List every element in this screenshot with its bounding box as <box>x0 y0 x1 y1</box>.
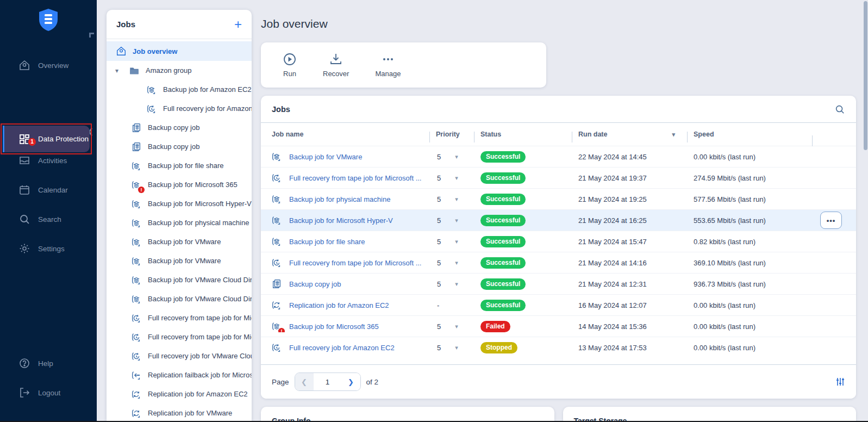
jobs-tree-item[interactable]: Replication job for Amazon EC2 <box>107 384 252 404</box>
backup-icon <box>271 235 283 247</box>
jobs-tree-item[interactable]: Full recovery from tape job for Micr <box>107 308 252 327</box>
status-cell: Successful <box>474 257 572 269</box>
next-page-button[interactable]: ❯ <box>342 373 360 390</box>
sidebar-item-search[interactable]: Search <box>0 207 97 231</box>
jobs-tree-item[interactable]: Full recovery from tape job for Micr <box>107 327 252 346</box>
run-icon <box>283 52 297 66</box>
active-item-spacer <box>0 83 97 114</box>
recover-button[interactable]: Recover <box>323 52 349 78</box>
page-title: Job overview <box>261 0 856 30</box>
sidebar-item-logout[interactable]: Logout <box>0 381 97 405</box>
jobs-tree-item[interactable]: Backup job for VMware Cloud Direc <box>107 270 252 289</box>
job-name-cell[interactable]: Backup job for file share <box>271 235 429 247</box>
jobs-tree-item[interactable]: Replication failback job for Microsof <box>107 365 252 384</box>
priority-dropdown-chevron-icon[interactable]: ▾ <box>455 217 458 224</box>
jobs-tree-item[interactable]: Replication job for VMware <box>107 404 252 422</box>
search-icon[interactable] <box>834 104 845 115</box>
jobs-tree-item[interactable]: Backup copy job <box>107 118 252 137</box>
priority-dropdown-chevron-icon[interactable]: ▾ <box>455 175 458 182</box>
job-name-link[interactable]: Backup copy job <box>289 280 341 288</box>
job-name-cell[interactable]: Backup copy job <box>271 278 429 290</box>
table-row[interactable]: Backup job for file share 5 ▾ Successful… <box>261 231 856 252</box>
table-row[interactable]: Backup job for VMware 5 ▾ Successful 22 … <box>261 146 856 167</box>
job-name-link[interactable]: Replication job for Amazon EC2 <box>289 301 389 309</box>
job-name-cell[interactable]: Full recovery from tape job for Microsof… <box>271 172 429 184</box>
jobs-tree-item[interactable]: Full recovery job for VMware Cloud <box>107 346 252 365</box>
sidebar-collapse-handle[interactable] <box>89 33 94 38</box>
run-date-cell: 21 May 2024 at 16:25 <box>572 216 687 225</box>
priority-dropdown-chevron-icon[interactable]: ▾ <box>455 323 458 330</box>
column-header-run-date[interactable]: Run date ▾ <box>572 131 687 138</box>
run-button[interactable]: Run <box>283 52 297 78</box>
jobs-tree-item[interactable]: Backup job for VMware <box>107 232 252 251</box>
sidebar-item-calendar[interactable]: Calendar <box>0 178 97 202</box>
column-header-status[interactable]: Status <box>474 131 572 138</box>
priority-dropdown-chevron-icon[interactable]: ▾ <box>455 153 458 160</box>
job-name-link[interactable]: Backup job for file share <box>289 238 365 246</box>
sidebar-item-overview[interactable]: Overview <box>0 53 97 77</box>
row-more-actions-button[interactable]: ••• <box>820 212 842 229</box>
tree-item-label: Replication job for VMware <box>148 409 232 417</box>
tree-item-label: Amazon group <box>146 66 192 75</box>
job-name-link[interactable]: Full recovery from tape job for Microsof… <box>289 174 421 182</box>
priority-value: 5 <box>437 280 441 288</box>
table-row[interactable]: ! Backup job for Microsoft 365 5 ▾ Faile… <box>261 315 856 337</box>
job-name-link[interactable]: Backup job for physical machine <box>289 195 390 203</box>
job-name-cell[interactable]: ! Backup job for Microsoft 365 <box>271 320 429 332</box>
jobs-tree-item[interactable]: ▾ Amazon group <box>107 61 252 80</box>
recovery-icon <box>131 351 142 362</box>
jobs-tree-item[interactable]: Backup job for file share <box>107 156 252 175</box>
priority-dropdown-chevron-icon[interactable]: ▾ <box>455 281 458 288</box>
table-row[interactable]: Backup copy job 5 ▾ Successful 21 May 20… <box>261 273 856 294</box>
chevron-down-icon[interactable]: ▾ <box>115 67 123 75</box>
home-icon <box>116 46 127 57</box>
jobs-tree-item[interactable]: ! Backup job for Microsoft 365 <box>107 175 252 194</box>
jobs-tree-item[interactable]: Backup job for Microsoft Hyper-V <box>107 194 252 213</box>
sidebar-item-data-protection[interactable]: Data Protection 1 <box>1 123 92 154</box>
vertical-scrollbar[interactable] <box>864 1 867 150</box>
priority-dropdown-chevron-icon[interactable]: ▾ <box>455 238 458 245</box>
table-row[interactable]: Full recovery from tape job for Microsof… <box>261 167 856 188</box>
table-row[interactable]: Full recovery job for Amazon EC2 5 ▾ Sto… <box>261 337 856 358</box>
sort-chevron-down-icon[interactable]: ▾ <box>672 131 675 138</box>
job-name-link[interactable]: Full recovery from tape job for Microsof… <box>289 259 421 267</box>
job-name-cell[interactable]: Backup job for Microsoft Hyper-V <box>271 214 429 226</box>
priority-dropdown-chevron-icon[interactable]: ▾ <box>455 259 458 266</box>
jobs-tree-item[interactable]: Backup job for VMware <box>107 251 252 270</box>
job-name-link[interactable]: Full recovery job for Amazon EC2 <box>289 344 395 352</box>
column-header-job-name[interactable]: Job name <box>271 131 429 138</box>
job-name-cell[interactable]: Backup job for physical machine <box>271 193 429 205</box>
priority-dropdown-chevron-icon[interactable]: ▾ <box>455 196 458 203</box>
jobs-tree-item[interactable]: Backup job for Amazon EC2 <box>107 80 252 99</box>
table-row[interactable]: Backup job for physical machine 5 ▾ Succ… <box>261 188 856 209</box>
tree-item-label: Replication failback job for Microsof <box>148 371 252 379</box>
jobs-tree-item[interactable]: Backup job for VMware Cloud Direc <box>107 289 252 308</box>
speed-cell: 553.65 Mbit/s (last run) <box>687 216 812 225</box>
sliders-icon[interactable] <box>835 377 845 387</box>
job-name-link[interactable]: Backup job for VMware <box>289 153 362 161</box>
speed-cell: 0.00 kbit/s (last run) <box>687 322 812 331</box>
jobs-tree-item[interactable]: Backup job for physical machine <box>107 213 252 232</box>
jobs-tree-item[interactable]: Full recovery job for Amazon E <box>107 99 252 118</box>
column-header-speed[interactable]: Speed <box>687 131 812 138</box>
jobs-tree-item[interactable]: Backup copy job <box>107 137 252 156</box>
table-row[interactable]: Backup job for Microsoft Hyper-V 5 ▾ Suc… <box>261 209 856 231</box>
column-header-priority[interactable]: Priority <box>429 131 474 138</box>
job-name-cell[interactable]: Full recovery from tape job for Microsof… <box>271 257 429 269</box>
sidebar-item-help[interactable]: Help <box>0 351 97 375</box>
previous-page-button[interactable]: ❮ <box>295 373 314 390</box>
manage-button[interactable]: Manage <box>375 52 401 78</box>
jobs-tree-item[interactable]: Job overview <box>107 41 252 61</box>
add-job-button[interactable]: + <box>234 19 242 30</box>
job-name-cell[interactable]: Full recovery job for Amazon EC2 <box>271 342 429 353</box>
priority-dropdown-chevron-icon[interactable]: ▾ <box>455 344 458 351</box>
table-row[interactable]: Full recovery from tape job for Microsof… <box>261 252 856 273</box>
job-name-link[interactable]: Backup job for Microsoft Hyper-V <box>289 216 393 225</box>
speed-cell: 577.56 Mbit/s (last run) <box>687 195 812 203</box>
job-name-cell[interactable]: Backup job for VMware <box>271 151 429 163</box>
job-name-link[interactable]: Backup job for Microsoft 365 <box>289 322 379 331</box>
job-name-cell[interactable]: Replication job for Amazon EC2 <box>271 299 429 311</box>
sidebar-item-settings[interactable]: Settings <box>0 237 97 260</box>
table-row[interactable]: Replication job for Amazon EC2 - Success… <box>261 294 856 315</box>
current-page-value[interactable]: 1 <box>314 373 342 390</box>
